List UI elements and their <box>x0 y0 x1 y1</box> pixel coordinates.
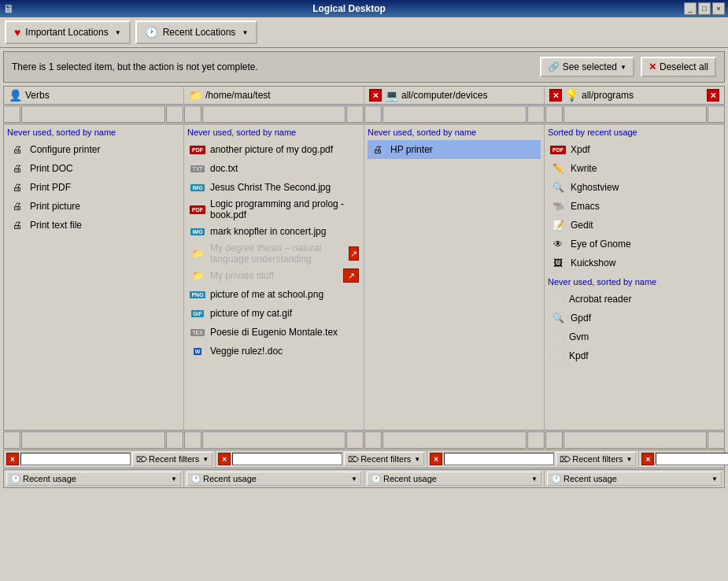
bottom-boxes <box>3 431 725 449</box>
usage-dropdown-1[interactable]: 🕐 Recent usage ▼ <box>6 472 181 486</box>
app-icon-kwrite: ✏️ <box>549 161 567 176</box>
item-label: Print text file <box>30 220 82 231</box>
usage-dropdown-4[interactable]: 🕐 Recent usage ▼ <box>547 472 722 486</box>
clock-usage-icon4: 🕐 <box>551 474 562 484</box>
filter-input-2[interactable] <box>232 453 342 465</box>
item-logic-pdf[interactable]: PDF Logic programming and prolog - book.… <box>187 197 360 222</box>
item-gedit[interactable]: 📝 Gedit <box>548 216 721 235</box>
item-doc-txt[interactable]: TXT doc.txt <box>187 159 360 178</box>
bot-box-4-wide <box>564 431 708 449</box>
minimize-button[interactable]: _ <box>684 2 697 15</box>
x-remove-devices[interactable]: ✕ <box>369 89 382 102</box>
item-label: another picture of my dog.pdf <box>210 144 333 155</box>
filter-dropdown-3[interactable]: ⌦ Recent filters ▼ <box>556 452 636 466</box>
item-private-stuff[interactable]: 📁 My private stuff ↗ <box>187 266 360 285</box>
col-label-programs: all/programs <box>582 90 634 101</box>
recent-locations-label: Recent Locations <box>163 27 236 38</box>
item-kuickshow[interactable]: 🖼 Kuickshow <box>548 253 721 272</box>
column-headers: 👤 Verbs 📁 /home/mau/test ✕ 💻 all/compute… <box>3 86 725 105</box>
x-remove-programs2[interactable]: ✕ <box>707 89 719 102</box>
item-mark-jpg[interactable]: IMG mark knopfler in concert.jpg <box>187 222 360 241</box>
titlebar: 🖥 Logical Desktop _ □ × <box>0 0 728 17</box>
panel-verbs: Never used, sorted by name 🖨 Configure p… <box>4 124 184 430</box>
item-cat-gif[interactable]: GIF picture of my cat.gif <box>187 304 360 323</box>
item-emacs[interactable]: 🐃 Emacs <box>548 197 721 216</box>
img-icon4: GIF <box>189 305 206 321</box>
col-header-verbs: 👤 Verbs <box>4 87 184 104</box>
col-label-devices: all/computer/devices <box>401 90 487 101</box>
filter-input-1[interactable] <box>20 453 131 465</box>
item-gvm[interactable]: Gvm <box>548 328 721 346</box>
item-another-dog-pdf[interactable]: PDF another picture of my dog.pdf <box>187 140 360 159</box>
item-gpdf[interactable]: 🔍 Gpdf <box>548 309 721 328</box>
bot-box-4-2 <box>708 431 725 449</box>
item-hp-printer[interactable]: 🖨 HP printer <box>368 140 541 159</box>
subbox-2-1 <box>184 105 201 123</box>
col-header-devices: ✕ 💻 all/computer/devices <box>364 87 545 104</box>
filter-input-3[interactable] <box>444 453 554 465</box>
notification-text: There is 1 selected item, but the action… <box>12 61 534 72</box>
filter-clear-3[interactable]: × <box>430 453 442 465</box>
filter-clear-2[interactable]: × <box>218 453 231 465</box>
item-jesus-jpg[interactable]: IMG Jesus Christ The Second.jpg <box>187 178 360 197</box>
bot-box-1-1 <box>3 431 20 449</box>
item-label: Kuickshow <box>571 257 615 268</box>
person-icon: 👤 <box>9 89 22 102</box>
item-configure-printer[interactable]: 🖨 Configure printer <box>7 140 180 159</box>
item-label: Print DOC <box>30 163 73 174</box>
funnel-icon3: ⌦ <box>560 455 571 464</box>
item-xpdf[interactable]: PDF Xpdf <box>548 140 721 159</box>
app-icon-kpdf <box>549 348 565 364</box>
deselect-all-button[interactable]: ✕ Deselect all <box>641 57 716 77</box>
subbox-3-2 <box>527 105 545 123</box>
item-degree-thesis[interactable]: 📁 My degree thesis – natural language un… <box>187 241 360 266</box>
item-label: Configure printer <box>30 144 100 155</box>
filter-dropdown-label-3: Recent filters <box>572 454 623 464</box>
usage-arrow-1: ▼ <box>171 476 177 483</box>
funnel-icon2: ⌦ <box>348 455 359 464</box>
item-kwrite[interactable]: ✏️ Kwrite <box>548 159 721 178</box>
usage-group-4: 🕐 Recent usage ▼ <box>545 470 724 487</box>
img-icon: IMG <box>189 179 206 195</box>
sort-label-programs: Sorted by recent usage <box>548 128 721 137</box>
maximize-button[interactable]: □ <box>698 2 711 15</box>
item-acrobat[interactable]: Acrobat reader <box>548 290 721 309</box>
see-selected-button[interactable]: 🔗 See selected ▼ <box>540 57 634 77</box>
recent-locations-button[interactable]: 🕐 Recent Locations ▼ <box>135 20 258 44</box>
bot-box-1-2 <box>166 431 183 449</box>
item-poesie-tex[interactable]: TEX Poesie di Eugenio Montale.tex <box>187 323 360 342</box>
item-eye-of-gnome[interactable]: 👁 Eye of Gnome <box>548 235 721 253</box>
item-print-text[interactable]: 🖨 Print text file <box>7 216 180 235</box>
filter-clear-4[interactable]: × <box>641 453 654 465</box>
item-print-picture[interactable]: 🖨 Print picture <box>7 197 180 216</box>
usage-dropdown-2[interactable]: 🕐 Recent usage ▼ <box>187 472 361 486</box>
filter-dropdown-1[interactable]: ⌦ Recent filters ▼ <box>132 452 212 466</box>
clock-icon: 🕐 <box>145 26 158 39</box>
item-veggie-doc[interactable]: W Veggie rulez!.doc <box>187 342 360 361</box>
item-print-pdf[interactable]: 🖨 Print PDF <box>7 178 180 197</box>
usage-group-1: 🕐 Recent usage ▼ <box>4 470 184 487</box>
filter-clear-1[interactable]: × <box>6 453 19 465</box>
item-label: Kghostview <box>571 182 619 193</box>
dropdown-arrow-f2: ▼ <box>414 456 420 463</box>
panel-programs: Sorted by recent usage PDF Xpdf ✏️ Kwrit… <box>545 124 724 430</box>
exit-arrow-icon2: ↗ <box>343 268 359 283</box>
item-print-doc[interactable]: 🖨 Print DOC <box>7 159 180 178</box>
filter-dropdown-2[interactable]: ⌦ Recent filters ▼ <box>344 452 424 466</box>
bot-box-3-1 <box>364 431 382 449</box>
col-header-programs: ✕ 💡 all/programs ✕ <box>545 87 724 104</box>
item-label: Acrobat reader <box>569 294 631 305</box>
item-kpdf[interactable]: Kpdf <box>548 346 721 365</box>
sort-label-verbs: Never used, sorted by name <box>7 128 180 137</box>
x-remove-programs[interactable]: ✕ <box>549 89 562 102</box>
usage-dropdown-3[interactable]: 🕐 Recent usage ▼ <box>367 472 541 486</box>
close-button[interactable]: × <box>712 2 725 15</box>
item-kghostview[interactable]: 🔍 Kghostview <box>548 178 721 197</box>
subbox-4-1 <box>545 105 563 123</box>
see-selected-label: See selected <box>563 61 617 72</box>
important-locations-button[interactable]: ♥ Important Locations ▼ <box>5 20 131 44</box>
item-school-png[interactable]: PNG picture of me at school.png <box>187 285 360 304</box>
item-label: Eye of Gnome <box>571 239 631 250</box>
bot-box-2-2 <box>346 431 364 449</box>
filter-input-4[interactable] <box>656 453 728 465</box>
